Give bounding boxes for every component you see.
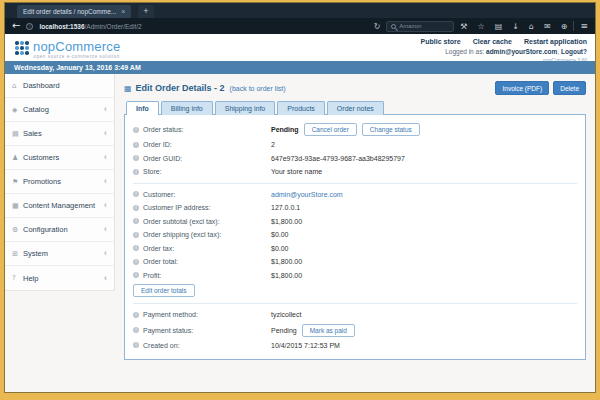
reload-icon[interactable]: ↻	[374, 22, 381, 31]
back-to-order-list-link[interactable]: (back to order list)	[230, 85, 286, 92]
browser-toolbar: ← i localhost:1536/Admin/Order/Edit/2 ↻ …	[5, 18, 595, 34]
hint-icon: i	[133, 205, 139, 211]
public-store-link[interactable]: Public store	[421, 38, 461, 45]
hint-icon: i	[133, 169, 139, 175]
configuration-icon: ⚙	[12, 226, 23, 234]
order-total-row: i Order total: $1,800.00	[133, 255, 577, 269]
sidebar-item-customers[interactable]: ♟ Customers ‹	[5, 146, 114, 170]
clear-cache-link[interactable]: Clear cache	[473, 38, 512, 45]
toolbar-icons: ⚒ ☆ ▤ ↓ ⌂ ✉ ⊕	[460, 22, 567, 31]
tab-products[interactable]: Products	[277, 101, 325, 115]
customer-row: i Customer: admin@yourStore.com	[133, 188, 577, 202]
logo-text: nopCommerce	[33, 39, 120, 54]
hint-icon: i	[133, 127, 139, 133]
sidebar-item-dashboard[interactable]: ⌂ Dashboard	[5, 74, 114, 98]
globe-icon[interactable]: ⊕	[561, 22, 568, 31]
change-status-button[interactable]: Change status	[362, 123, 420, 136]
address-bar[interactable]: localhost:1536/Admin/Order/Edit/2	[39, 23, 367, 30]
chevron-left-icon: ‹	[104, 129, 107, 138]
site-info-icon[interactable]: i	[26, 23, 33, 30]
hint-icon: i	[133, 327, 139, 333]
sidebar-item-promotions[interactable]: ⚑ Promotions ‹	[5, 170, 114, 194]
hint-icon: i	[133, 155, 139, 161]
order-shipping-value: $0.00	[271, 231, 289, 238]
order-tax-value: $0.00	[271, 245, 289, 252]
developer-tools-icon[interactable]: ⚒	[460, 22, 467, 31]
chevron-left-icon: ‹	[104, 274, 107, 283]
promotions-icon: ⚑	[12, 178, 23, 186]
logged-in-email: admin@yourStore.com	[486, 48, 557, 55]
url-path: /Admin/Order/Edit/2	[85, 23, 142, 30]
profit-value: $1,800.00	[271, 272, 302, 279]
order-id-row: i Order ID: 2	[133, 138, 577, 152]
tab-billing-info[interactable]: Billing info	[161, 101, 213, 115]
created-on-value: 10/4/2015 7:12:53 PM	[271, 342, 340, 349]
bookmark-star-icon[interactable]: ☆	[478, 22, 485, 31]
hint-icon: i	[133, 272, 139, 278]
customers-icon: ♟	[12, 154, 23, 162]
chevron-left-icon: ‹	[104, 249, 107, 258]
sidebar-item-content-management[interactable]: ▦ Content Management ‹	[5, 194, 114, 218]
order-details-icon: ▦	[124, 84, 132, 93]
order-id-value: 2	[271, 141, 275, 148]
invoice-pdf-button[interactable]: Invoice (PDF)	[495, 81, 549, 95]
browser-window: Edit order details / nopComme... × + ← i…	[4, 2, 596, 393]
catalog-icon: ◈	[12, 106, 23, 114]
tab-shipping-info[interactable]: Shipping info	[215, 101, 275, 115]
sidebar: ⌂ Dashboard ◈ Catalog ‹ ▤ Sales ‹	[5, 74, 115, 392]
help-icon: ?	[12, 274, 23, 282]
order-shipping-row: i Order shipping (excl tax): $0.00	[133, 228, 577, 242]
new-tab-button[interactable]: +	[138, 5, 153, 18]
hint-icon: i	[133, 312, 139, 318]
logo-tagline: open source e-commerce solution	[33, 54, 120, 59]
hint-icon: i	[133, 259, 139, 265]
downloads-icon[interactable]: ↓	[512, 22, 519, 31]
dashboard-icon: ⌂	[12, 82, 23, 90]
order-total-value: $1,800.00	[271, 258, 302, 265]
logo-dots-icon	[15, 39, 29, 55]
sidebar-item-catalog[interactable]: ◈ Catalog ‹	[5, 98, 114, 122]
restart-application-link[interactable]: Restart application	[524, 38, 587, 45]
mark-as-paid-button[interactable]: Mark as paid	[302, 324, 355, 337]
edit-order-totals-button[interactable]: Edit order totals	[133, 284, 195, 297]
hint-icon: i	[133, 232, 139, 238]
tab-title: Edit order details / nopComme...	[23, 8, 116, 15]
sidebar-item-sales[interactable]: ▤ Sales ‹	[5, 122, 114, 146]
home-icon[interactable]: ⌂	[529, 22, 534, 31]
hint-icon: i	[133, 218, 139, 224]
date-bar: Wednesday, January 13, 2016 3:49 AM	[5, 61, 595, 74]
logout-link[interactable]: Logout?	[561, 48, 587, 55]
chevron-left-icon: ‹	[104, 225, 107, 234]
nopcommerce-logo[interactable]: nopCommerce open source e-commerce solut…	[15, 36, 120, 61]
chevron-left-icon: ‹	[104, 201, 107, 210]
hint-icon: i	[133, 142, 139, 148]
delete-button[interactable]: Delete	[553, 81, 586, 95]
messages-icon[interactable]: ✉	[544, 22, 551, 31]
current-datetime: Wednesday, January 13, 2016 3:49 AM	[14, 64, 141, 71]
browser-tab-bar: Edit order details / nopComme... × +	[5, 3, 595, 18]
back-icon[interactable]: ←	[12, 21, 20, 31]
sidebar-item-system[interactable]: ⊞ System ‹	[5, 242, 114, 266]
info-tab-panel: i Order status: Pending Cancel order Cha…	[124, 115, 586, 360]
order-tax-row: i Order tax: $0.00	[133, 242, 577, 256]
sidebar-item-configuration[interactable]: ⚙ Configuration ‹	[5, 218, 114, 242]
profit-row: i Profit: $1,800.00	[133, 269, 577, 283]
order-guid-value: 647e973d-93ae-4793-9687-aa3b48295797	[271, 155, 405, 162]
hamburger-menu-icon[interactable]: ≡	[580, 21, 588, 31]
tab-info[interactable]: Info	[126, 101, 159, 115]
order-guid-row: i Order GUID: 647e973d-93ae-4793-9687-aa…	[133, 152, 577, 166]
browser-tab[interactable]: Edit order details / nopComme... ×	[17, 5, 131, 18]
customer-email-link[interactable]: admin@yourStore.com	[271, 191, 343, 198]
search-input[interactable]: Amazon	[386, 21, 454, 32]
payment-method-row: i Payment method: tyzicollect	[133, 308, 577, 322]
cancel-order-button[interactable]: Cancel order	[304, 123, 357, 136]
section-divider	[133, 183, 577, 184]
desktop-background: Edit order details / nopComme... × + ← i…	[0, 0, 600, 400]
sidebar-item-help[interactable]: ? Help ‹	[5, 266, 114, 290]
clipboard-icon[interactable]: ▤	[495, 22, 503, 31]
order-tabs: Info Billing info Shipping info Products…	[124, 100, 586, 115]
tab-order-notes[interactable]: Order notes	[327, 101, 384, 115]
page-title: Edit Order Details - 2	[136, 83, 225, 93]
tab-close-icon[interactable]: ×	[121, 8, 125, 15]
hint-icon: i	[133, 342, 139, 348]
